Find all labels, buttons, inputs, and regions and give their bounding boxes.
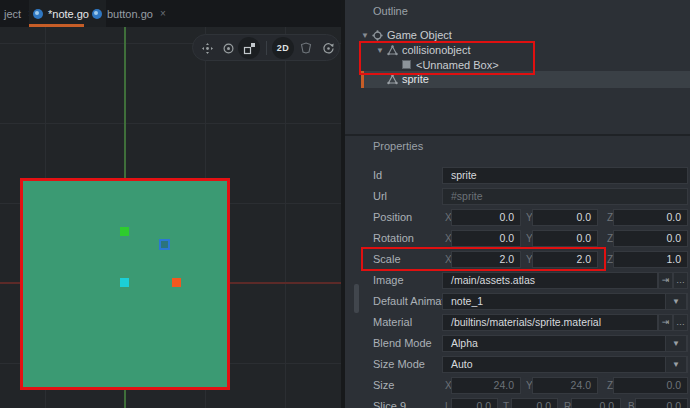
rotation-z-field[interactable]: 0.0 — [613, 230, 688, 247]
scene-editor-pane: ject × *note.go × button.go × — [0, 0, 341, 408]
sprite-texture-orange-square — [172, 278, 181, 287]
rotation-x-field[interactable]: 0.0 — [451, 230, 521, 247]
sprite-texture-blue-square — [159, 239, 170, 250]
inspector-pane: Outline ▼ Game Object ▼ collisionobject … — [345, 0, 690, 408]
default-animation-dropdown[interactable]: note_1 ▼ — [442, 293, 688, 310]
scale-icon — [243, 42, 256, 55]
move-tool-button[interactable] — [196, 37, 218, 59]
move-icon — [201, 42, 214, 55]
position-y-field[interactable]: 0.0 — [532, 209, 598, 226]
scale-z-field[interactable]: 1.0 — [613, 251, 688, 268]
size-mode-value: Auto — [451, 358, 473, 370]
editor-tab-bar: ject × *note.go × button.go × — [0, 0, 341, 27]
dropdown-arrow-icon[interactable]: ▼ — [665, 356, 687, 373]
outline-item-label: Game Object — [387, 29, 452, 41]
camera-perspective-button[interactable] — [317, 37, 339, 59]
scrollbar-thumb[interactable] — [354, 284, 359, 313]
grid-line — [0, 123, 341, 124]
size-y-field: 24.0 — [532, 377, 598, 394]
shield-icon — [300, 42, 312, 54]
default-animation-value: note_1 — [451, 295, 483, 307]
game-object-icon — [372, 30, 383, 41]
property-label-image: Image — [373, 272, 404, 289]
orbit-icon — [322, 42, 335, 55]
tab-button-go-label: button.go — [107, 8, 153, 20]
slice9-r-field: 0.0 — [571, 398, 621, 408]
rotate-tool-button[interactable] — [217, 37, 239, 59]
game-object-file-icon — [33, 9, 43, 19]
browse-resource-button[interactable]: … — [673, 272, 688, 289]
properties-section-title: Properties — [373, 140, 423, 152]
position-x-field[interactable]: 0.0 — [451, 209, 521, 226]
annotation-box-collisionobject — [359, 41, 535, 75]
size-mode-dropdown[interactable]: Auto ▼ — [442, 356, 688, 373]
scene-viewport[interactable]: 2D — [0, 27, 341, 408]
property-label-position: Position — [373, 209, 412, 226]
axis-letter: L — [445, 398, 451, 408]
slice9-l-field: 0.0 — [451, 398, 498, 408]
sprite-texture-green-square — [120, 227, 129, 236]
property-label-slice9: Slice 9 — [373, 398, 406, 408]
rotation-y-field[interactable]: 0.0 — [532, 230, 598, 247]
axis-letter: B — [628, 398, 635, 408]
scale-tool-button[interactable] — [238, 37, 260, 59]
material-field[interactable]: /builtins/materials/sprite.material — [442, 314, 658, 331]
sprite-texture-cyan-square — [120, 278, 129, 287]
sprite-icon — [387, 74, 398, 85]
grid-line — [285, 27, 286, 408]
tab-partial-label: ject — [4, 8, 21, 20]
property-label-size: Size — [373, 377, 394, 394]
property-label-url: Url — [373, 188, 387, 205]
property-label-size-mode: Size Mode — [373, 356, 425, 373]
blend-mode-value: Alpha — [451, 337, 478, 349]
size-z-field: 0.0 — [613, 377, 688, 394]
open-resource-button[interactable]: ⇥ — [658, 314, 673, 331]
annotation-box-scale — [361, 247, 606, 271]
slice9-b-field: 0.0 — [635, 398, 688, 408]
url-field[interactable]: #sprite — [442, 188, 688, 205]
tab-button-go[interactable]: button.go × — [88, 0, 170, 27]
sprite-object-selected[interactable] — [20, 178, 230, 390]
property-label-id: Id — [373, 167, 382, 184]
slice9-t-field: 0.0 — [511, 398, 558, 408]
property-label-blend-mode: Blend Mode — [373, 335, 432, 352]
dropdown-arrow-icon[interactable]: ▼ — [665, 335, 687, 352]
position-z-field[interactable]: 0.0 — [613, 209, 688, 226]
blend-mode-dropdown[interactable]: Alpha ▼ — [442, 335, 688, 352]
toolbar-separator — [266, 41, 267, 55]
disclosure-triangle-icon[interactable]: ▼ — [361, 31, 369, 40]
dropdown-arrow-icon[interactable]: ▼ — [665, 293, 687, 310]
game-object-file-icon — [92, 9, 102, 19]
rotate-icon — [222, 42, 235, 55]
image-field[interactable]: /main/assets.atlas — [442, 272, 658, 289]
tab-note-go-label: *note.go — [48, 8, 89, 20]
section-divider — [345, 134, 690, 136]
property-label-material: Material — [373, 314, 412, 331]
frustum-culling-button[interactable] — [295, 37, 317, 59]
browse-resource-button[interactable]: … — [673, 314, 688, 331]
axis-letter: T — [503, 398, 509, 408]
property-label-rotation: Rotation — [373, 230, 414, 247]
size-x-field: 24.0 — [451, 377, 521, 394]
2d-mode-label: 2D — [277, 43, 290, 53]
tab-button-go-close-icon[interactable]: × — [160, 8, 166, 19]
scene-toolbar: 2D — [192, 34, 340, 61]
2d-mode-toggle[interactable]: 2D — [272, 37, 294, 59]
outline-section-title: Outline — [373, 5, 408, 17]
open-resource-button[interactable]: ⇥ — [658, 272, 673, 289]
id-field[interactable]: sprite — [442, 167, 688, 184]
